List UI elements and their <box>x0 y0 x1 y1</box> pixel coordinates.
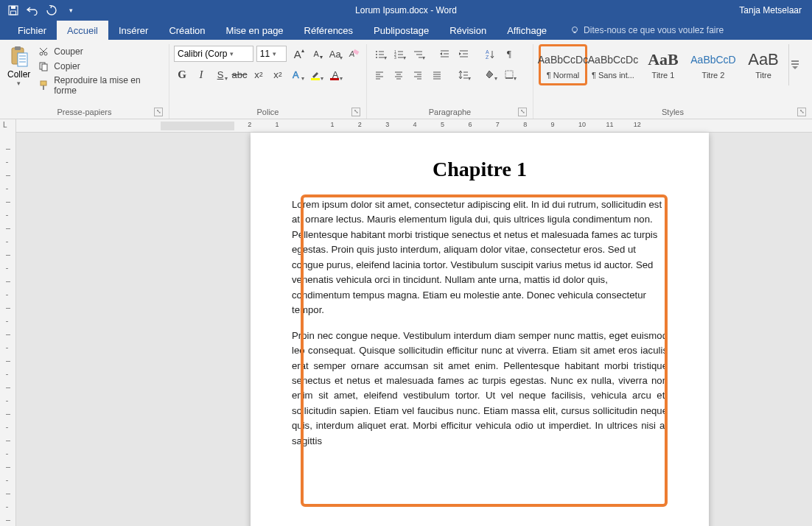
tell-me-label: Dites-nous ce que vous voulez faire <box>584 25 724 35</box>
format-painter-button[interactable]: Reproduire la mise en forme <box>38 75 164 96</box>
group-styles: AaBbCcDc ¶ Normal AaBbCcDc ¶ Sans int...… <box>533 44 812 119</box>
paste-label: Coller <box>7 69 30 80</box>
line-spacing-button[interactable] <box>455 66 472 83</box>
document-body[interactable]: Lorem ipsum dolor sit amet, consectetur … <box>292 197 668 449</box>
save-icon[interactable] <box>6 3 21 18</box>
group-font: Calibri (Corp▾ 11▾ A▴ A▾ Aa A G I S abc … <box>169 44 367 119</box>
svg-rect-1 <box>11 6 15 9</box>
subscript-button[interactable]: x2 <box>251 66 267 83</box>
cut-label: Couper <box>54 46 83 57</box>
sort-button[interactable]: AZ <box>482 46 498 62</box>
clipboard-group-label: Presse-papiers <box>57 108 112 116</box>
numbering-button[interactable]: 123 <box>391 46 407 62</box>
paragraph-1[interactable]: Lorem ipsum dolor sit amet, consectetur … <box>292 197 668 318</box>
window-title: Lorum Ipsum.docx - Word <box>355 5 457 15</box>
page[interactable]: Chapitre 1 Lorem ipsum dolor sit amet, c… <box>251 133 709 526</box>
align-left-button[interactable] <box>371 66 388 83</box>
svg-point-3 <box>573 27 578 32</box>
styles-more-button[interactable] <box>788 44 800 85</box>
svg-text:A: A <box>293 69 299 80</box>
svg-rect-16 <box>42 64 47 71</box>
svg-point-24 <box>376 54 377 55</box>
document-heading[interactable]: Chapitre 1 <box>251 158 709 181</box>
paragraph-2[interactable]: Proin nec congue neque. Vestibulum inter… <box>292 329 668 449</box>
borders-button[interactable] <box>501 66 517 83</box>
shading-button[interactable] <box>482 66 498 83</box>
font-size-combo[interactable]: 11▾ <box>256 46 287 62</box>
style-heading1[interactable]: AaB Titre 1 <box>639 44 687 85</box>
shrink-font-button[interactable]: A▾ <box>309 46 325 62</box>
redo-icon[interactable] <box>44 3 59 18</box>
style-no-spacing[interactable]: AaBbCcDc ¶ Sans int... <box>589 44 637 85</box>
svg-rect-17 <box>41 81 46 85</box>
tab-home[interactable]: Accueil <box>57 21 108 40</box>
change-case-button[interactable]: Aa <box>327 46 343 62</box>
clear-formatting-button[interactable]: A <box>346 46 363 62</box>
decrease-indent-button[interactable] <box>436 46 452 62</box>
svg-rect-18 <box>43 85 44 90</box>
ribbon-tabs: Fichier Accueil Insérer Création Mise en… <box>0 21 812 40</box>
grow-font-button[interactable]: A▴ <box>290 46 306 62</box>
clipboard-dialog-launcher[interactable]: ⤡ <box>154 108 163 116</box>
justify-button[interactable] <box>429 66 445 83</box>
text-effects-button[interactable]: A <box>289 66 305 83</box>
undo-icon[interactable] <box>25 3 40 18</box>
paragraph-dialog-launcher[interactable]: ⤡ <box>518 108 527 116</box>
style-title[interactable]: AaB Titre <box>739 44 788 85</box>
group-paragraph: 123 AZ ¶ Paragraphe⤡ <box>367 44 533 119</box>
svg-text:A: A <box>349 49 354 58</box>
tab-references[interactable]: Références <box>294 21 363 40</box>
font-dialog-launcher[interactable]: ⤡ <box>351 108 360 116</box>
style-normal[interactable]: AaBbCcDc ¶ Normal <box>539 44 587 85</box>
tab-view[interactable]: Affichage <box>497 21 557 40</box>
workspace: L 21123456789101112 Chapitre 1 Lorem ips… <box>0 119 812 526</box>
paintbrush-icon <box>38 80 49 91</box>
svg-point-22 <box>376 51 377 52</box>
font-color-button[interactable]: A <box>327 66 343 83</box>
tab-mailings[interactable]: Publipostage <box>363 21 439 40</box>
align-center-button[interactable] <box>391 66 407 83</box>
ribbon: Coller ▾ Couper Copier Reproduire la mis… <box>0 40 812 119</box>
styles-group-label: Styles <box>662 108 684 116</box>
svg-text:Z: Z <box>486 55 489 59</box>
paste-icon <box>8 44 30 69</box>
tab-layout[interactable]: Mise en page <box>216 21 294 40</box>
paste-button[interactable]: Coller ▾ <box>4 44 33 105</box>
cut-button[interactable]: Couper <box>38 46 164 57</box>
superscript-button[interactable]: x2 <box>270 66 286 83</box>
title-bar: ▾ Lorum Ipsum.docx - Word Tanja Metselaa… <box>0 0 812 21</box>
copy-label: Copier <box>54 61 80 71</box>
format-painter-label: Reproduire la mise en forme <box>54 75 164 96</box>
multilevel-list-button[interactable] <box>410 46 426 62</box>
copy-button[interactable]: Copier <box>38 60 164 72</box>
horizontal-ruler[interactable]: 21123456789101112 <box>16 119 812 133</box>
svg-rect-7 <box>18 53 27 66</box>
svg-rect-4 <box>574 32 576 33</box>
scissors-icon <box>38 46 49 57</box>
vertical-ruler: L <box>0 119 16 526</box>
styles-dialog-launcher[interactable]: ⤡ <box>797 108 806 116</box>
group-clipboard: Coller ▾ Couper Copier Reproduire la mis… <box>0 44 169 119</box>
tell-me[interactable]: Dites-nous ce que vous voulez faire <box>557 21 724 40</box>
svg-text:A: A <box>486 49 489 55</box>
underline-button[interactable]: S <box>212 66 228 83</box>
bullets-button[interactable] <box>371 46 388 62</box>
tab-design[interactable]: Création <box>158 21 215 40</box>
qat-customize-icon[interactable]: ▾ <box>63 3 78 18</box>
italic-button[interactable]: I <box>193 66 209 83</box>
font-group-label: Police <box>257 108 279 116</box>
style-heading2[interactable]: AaBbCcD Titre 2 <box>689 44 738 85</box>
highlight-button[interactable] <box>308 66 324 83</box>
svg-point-26 <box>376 57 377 58</box>
strikethrough-button[interactable]: abc <box>231 66 248 83</box>
align-right-button[interactable] <box>410 66 426 83</box>
tab-insert[interactable]: Insérer <box>108 21 158 40</box>
svg-rect-6 <box>15 46 21 50</box>
show-marks-button[interactable]: ¶ <box>501 46 517 62</box>
document-area[interactable]: 21123456789101112 Chapitre 1 Lorem ipsum… <box>16 119 812 526</box>
bold-button[interactable]: G <box>174 66 190 83</box>
tab-review[interactable]: Révision <box>439 21 497 40</box>
font-name-combo[interactable]: Calibri (Corp▾ <box>174 46 253 62</box>
tab-file[interactable]: Fichier <box>7 21 57 40</box>
increase-indent-button[interactable] <box>455 46 472 62</box>
